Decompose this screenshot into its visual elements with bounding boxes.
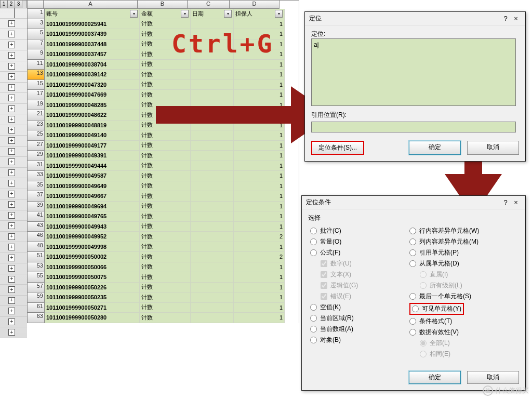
outline-expand-button[interactable]: + bbox=[8, 127, 15, 134]
outline-expand-button[interactable]: + bbox=[8, 84, 15, 91]
row-header[interactable]: 29 bbox=[27, 151, 45, 161]
outline-expand-button[interactable]: + bbox=[8, 116, 15, 123]
option-row[interactable]: 行内容差异单元格(W) bbox=[409, 225, 509, 236]
goto-titlebar[interactable]: 定位 ? × bbox=[305, 12, 525, 25]
option-checkbox[interactable] bbox=[321, 293, 327, 300]
cell-guarantor[interactable]: 1 bbox=[234, 303, 285, 313]
outline-level-3[interactable]: 3 bbox=[15, 1, 22, 8]
row-header[interactable]: 55 bbox=[27, 272, 45, 283]
option-row[interactable]: 引用单元格(P) bbox=[409, 247, 509, 258]
cell-guarantor[interactable]: 1 bbox=[234, 19, 285, 30]
cell-date[interactable] bbox=[191, 60, 234, 70]
cell-account[interactable]: 1011001999900048622 bbox=[45, 110, 140, 121]
table-row[interactable]: 611011001999900050271计数1 bbox=[27, 303, 299, 313]
cell-date[interactable] bbox=[191, 70, 234, 80]
col-header-B[interactable]: B bbox=[138, 1, 188, 9]
option-radio[interactable] bbox=[420, 340, 427, 347]
option-radio[interactable] bbox=[310, 249, 317, 256]
cell-guarantor[interactable]: 1 bbox=[234, 181, 285, 192]
cell-amount[interactable]: 计数 bbox=[140, 303, 191, 313]
outline-expand-button[interactable]: + bbox=[8, 255, 15, 261]
cell-account[interactable]: 1011001999900050075 bbox=[45, 272, 140, 283]
option-checkbox[interactable] bbox=[321, 260, 327, 267]
ok-button[interactable]: 确定 bbox=[409, 371, 461, 384]
cell-amount[interactable]: 计数 bbox=[140, 292, 191, 303]
option-checkbox[interactable] bbox=[321, 271, 327, 278]
col-header-D[interactable]: D bbox=[230, 1, 280, 9]
cell-account[interactable]: 1011001999900049998 bbox=[45, 242, 140, 252]
option-radio[interactable] bbox=[310, 228, 317, 234]
option-row[interactable]: 常量(O) bbox=[310, 236, 409, 247]
option-radio[interactable] bbox=[409, 249, 416, 256]
option-radio[interactable] bbox=[409, 238, 416, 245]
cell-guarantor[interactable]: 1 bbox=[234, 151, 285, 161]
option-row[interactable]: 所有级别(L) bbox=[420, 280, 509, 291]
row-header[interactable]: 9 bbox=[27, 49, 45, 60]
option-row[interactable]: 空值(K) bbox=[310, 302, 409, 313]
cell-amount[interactable]: 计数 bbox=[140, 313, 191, 323]
row-header[interactable]: 13 bbox=[27, 70, 45, 80]
outline-expand-button[interactable]: + bbox=[8, 169, 15, 176]
outline-expand-button[interactable]: + bbox=[8, 308, 15, 314]
cell-guarantor[interactable]: 1 bbox=[234, 313, 285, 323]
cell-amount[interactable]: 计数 bbox=[140, 181, 191, 192]
cancel-button[interactable]: 取消 bbox=[467, 141, 519, 155]
cell-date[interactable] bbox=[191, 151, 234, 161]
cell-account[interactable]: 1011001999900049667 bbox=[45, 191, 140, 202]
goto-list[interactable]: aj bbox=[311, 38, 516, 106]
outline-expand-button[interactable]: + bbox=[8, 297, 15, 304]
option-radio[interactable] bbox=[310, 337, 317, 343]
outline-expand-button[interactable]: + bbox=[8, 158, 15, 165]
cell-account[interactable]: 1011001999900050066 bbox=[45, 262, 140, 273]
close-button[interactable]: × bbox=[511, 15, 521, 22]
row-header[interactable]: 3 bbox=[27, 19, 45, 30]
table-row[interactable]: 371011001999900049667计数1 bbox=[27, 191, 299, 202]
cell-guarantor[interactable]: 1 bbox=[234, 292, 285, 303]
row-header[interactable]: 31 bbox=[27, 161, 45, 171]
row-header[interactable]: 51 bbox=[27, 252, 45, 262]
table-row[interactable]: 331011001999900049587计数1 bbox=[27, 171, 299, 181]
cell-guarantor[interactable]: 1 bbox=[234, 211, 285, 222]
filter-arrow-icon[interactable]: ▾ bbox=[224, 10, 232, 18]
row-header[interactable]: 57 bbox=[27, 283, 45, 293]
cell-date[interactable] bbox=[191, 19, 234, 30]
option-row[interactable]: 条件格式(T) bbox=[409, 316, 509, 327]
outline-expand-button[interactable]: + bbox=[8, 180, 15, 187]
row-header[interactable]: 27 bbox=[27, 141, 45, 151]
table-row[interactable]: 311011001999900049444计数1 bbox=[27, 161, 299, 171]
col-header-A[interactable]: A bbox=[44, 1, 138, 9]
cell-guarantor[interactable]: 2 bbox=[234, 252, 285, 262]
option-row[interactable]: 当前数组(A) bbox=[310, 324, 409, 335]
outline-expand-button[interactable]: + bbox=[8, 137, 15, 144]
cell-account[interactable]: 1011001999900050002 bbox=[45, 252, 140, 262]
option-row[interactable]: 数据有效性(V) bbox=[409, 327, 509, 338]
cell-account[interactable]: 1011001999900050235 bbox=[45, 292, 140, 303]
cell-amount[interactable]: 计数 bbox=[140, 272, 191, 283]
cell-date[interactable] bbox=[191, 303, 234, 313]
outline-expand-button[interactable]: + bbox=[8, 95, 15, 101]
row-header[interactable]: 41 bbox=[27, 211, 45, 222]
row-header[interactable]: 39 bbox=[27, 202, 45, 212]
option-row[interactable]: 批注(C) bbox=[310, 225, 409, 236]
filter-arrow-icon[interactable]: ▾ bbox=[275, 10, 283, 18]
row-header[interactable]: 17 bbox=[27, 90, 45, 100]
cell-account[interactable]: 1011001999900049952 bbox=[45, 232, 140, 242]
cell-date[interactable] bbox=[191, 242, 234, 252]
outline-expand-button[interactable]: + bbox=[8, 265, 15, 272]
option-row[interactable]: 对象(B) bbox=[310, 335, 409, 345]
cell-guarantor[interactable]: 1 bbox=[234, 283, 285, 293]
select-all-corner[interactable] bbox=[27, 1, 44, 9]
outline-expand-button[interactable]: + bbox=[8, 31, 15, 37]
row-header[interactable]: 53 bbox=[27, 262, 45, 273]
cell-amount[interactable]: 计数 bbox=[140, 70, 191, 80]
table-row[interactable]: 511011001999900050002计数2 bbox=[27, 252, 299, 262]
option-row[interactable]: 公式(F) bbox=[310, 247, 409, 258]
table-row[interactable]: 291011001999900049391计数1 bbox=[27, 151, 299, 161]
cell-amount[interactable]: 计数 bbox=[140, 19, 191, 30]
option-radio[interactable] bbox=[409, 318, 416, 325]
row-header[interactable]: 25 bbox=[27, 130, 45, 141]
cell-date[interactable] bbox=[191, 262, 234, 273]
cell-guarantor[interactable]: 1 bbox=[234, 272, 285, 283]
option-row[interactable]: 文本(X) bbox=[321, 269, 409, 280]
row-header[interactable]: 15 bbox=[27, 80, 45, 90]
